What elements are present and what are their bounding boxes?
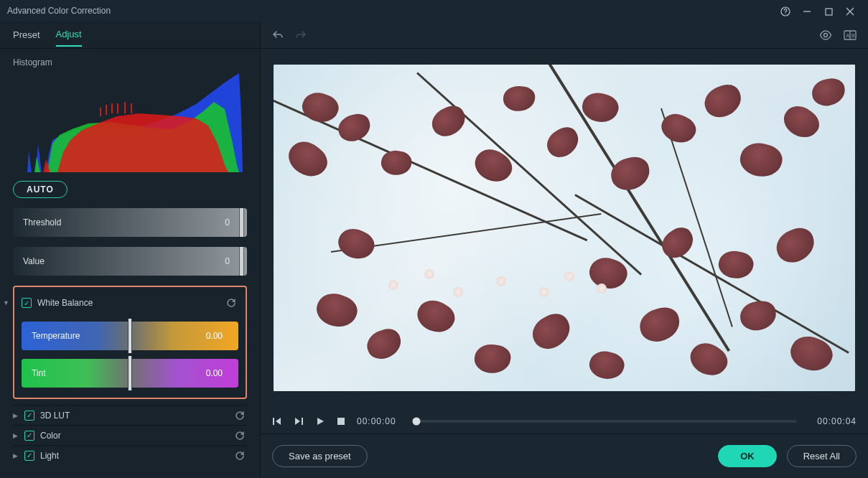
help-icon[interactable]	[775, 5, 796, 17]
redo-icon[interactable]	[295, 29, 307, 41]
svg-text:B: B	[851, 33, 855, 38]
lut-checkbox[interactable]: ✓	[24, 411, 34, 421]
svg-rect-17	[273, 418, 274, 425]
svg-point-1	[785, 14, 786, 14]
white-balance-section: ▼ ✓ White Balance Temperature 0.00 Tint …	[13, 286, 247, 399]
tab-adjust[interactable]: Adjust	[56, 29, 82, 47]
temperature-slider[interactable]: Temperature 0.00	[22, 322, 238, 350]
svg-text:A: A	[846, 33, 850, 38]
chevron-right-icon: ▶	[13, 432, 19, 439]
tint-label: Tint	[32, 368, 46, 378]
close-icon[interactable]	[839, 5, 861, 17]
chevron-right-icon: ▶	[13, 412, 19, 419]
sidebar: Preset Adjust Histogram AUTO Threshold 0	[0, 22, 261, 478]
white-balance-label: White Balance	[37, 298, 93, 308]
preview-toolbar: AB	[261, 22, 868, 49]
undo-icon[interactable]	[272, 29, 284, 41]
lut-reset-icon[interactable]	[233, 408, 247, 423]
current-time: 00:00:00	[357, 416, 396, 426]
reset-all-button[interactable]: Reset All	[787, 445, 857, 467]
tab-row: Preset Adjust	[0, 22, 260, 49]
value-value: 0	[225, 256, 230, 266]
histogram-label: Histogram	[13, 57, 247, 67]
value-slider[interactable]: Value 0	[13, 247, 247, 276]
minimize-icon[interactable]	[796, 5, 818, 17]
light-reset-icon[interactable]	[233, 449, 247, 463]
footer: Save as preset OK Reset All	[261, 434, 868, 478]
preview-image	[274, 65, 855, 391]
preview-area	[261, 49, 868, 409]
timeline-knob[interactable]	[412, 418, 420, 426]
color-checkbox[interactable]: ✓	[24, 431, 34, 441]
lut-label: 3D LUT	[40, 411, 70, 421]
window-title: Advanced Color Correction	[7, 6, 111, 16]
color-reset-icon[interactable]	[233, 428, 247, 443]
threshold-value: 0	[225, 217, 230, 228]
threshold-slider[interactable]: Threshold 0	[13, 208, 247, 237]
auto-button[interactable]: AUTO	[13, 181, 67, 198]
value-label: Value	[23, 256, 45, 266]
threshold-label: Threshold	[23, 217, 61, 228]
chevron-down-icon[interactable]: ▼	[3, 299, 9, 306]
section-light[interactable]: ▶ ✓ Light	[13, 445, 247, 465]
content-area: AB	[261, 22, 868, 478]
svg-rect-18	[302, 418, 303, 425]
white-balance-reset-icon[interactable]	[224, 296, 238, 310]
temperature-value: 0.00	[206, 331, 223, 341]
ok-button[interactable]: OK	[718, 445, 777, 467]
maximize-icon[interactable]	[818, 5, 839, 17]
tint-handle[interactable]	[128, 356, 132, 390]
value-handle[interactable]	[239, 247, 244, 276]
tint-value: 0.00	[206, 368, 223, 378]
timeline-track[interactable]	[416, 420, 798, 423]
next-frame-icon[interactable]	[294, 416, 304, 426]
light-checkbox[interactable]: ✓	[24, 451, 34, 461]
section-3d-lut[interactable]: ▶ ✓ 3D LUT	[13, 405, 247, 425]
temperature-label: Temperature	[32, 331, 80, 341]
light-label: Light	[40, 451, 59, 461]
svg-rect-3	[826, 9, 832, 15]
white-balance-checkbox[interactable]: ✓	[22, 298, 32, 308]
chevron-right-icon: ▶	[13, 452, 19, 459]
threshold-handle[interactable]	[239, 208, 244, 237]
tab-preset[interactable]: Preset	[13, 29, 40, 40]
save-preset-button[interactable]: Save as preset	[272, 445, 368, 467]
histogram-display	[13, 72, 243, 172]
tint-slider[interactable]: Tint 0.00	[22, 359, 238, 388]
stop-icon[interactable]	[337, 417, 345, 426]
temperature-handle[interactable]	[128, 319, 132, 353]
titlebar: Advanced Color Correction	[0, 0, 868, 22]
svg-point-12	[824, 33, 828, 37]
compare-icon[interactable]	[819, 30, 832, 40]
transport-bar: 00:00:00 00:00:04	[261, 409, 868, 434]
color-label: Color	[40, 431, 61, 441]
section-color[interactable]: ▶ ✓ Color	[13, 425, 247, 445]
play-icon[interactable]	[315, 416, 325, 426]
total-time: 00:00:04	[817, 416, 857, 426]
svg-rect-19	[337, 418, 345, 425]
sidebar-scroll[interactable]: Histogram AUTO Threshold 0 Value 0	[0, 49, 260, 478]
prev-frame-icon[interactable]	[272, 416, 282, 426]
ab-compare-icon[interactable]: AB	[844, 30, 857, 40]
